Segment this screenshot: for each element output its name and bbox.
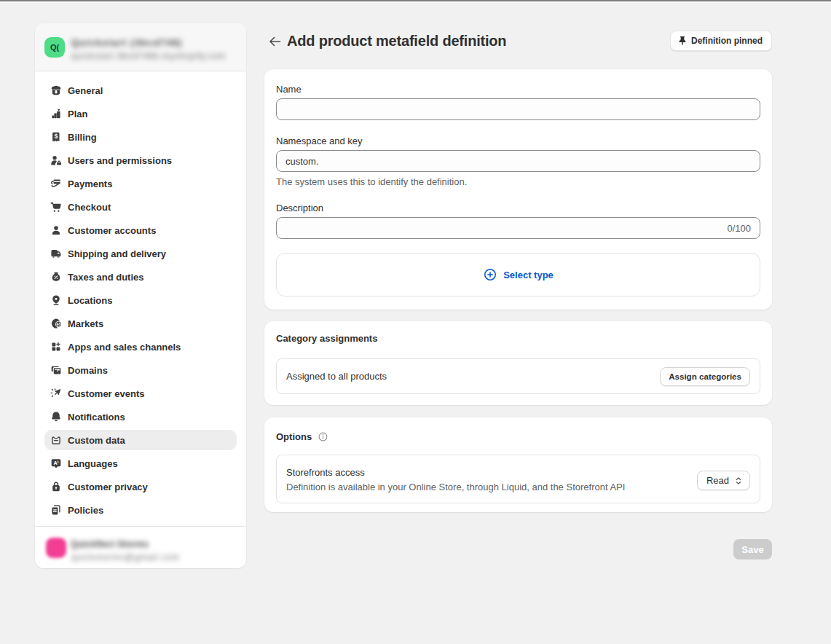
svg-text:A: A bbox=[54, 460, 58, 466]
svg-text:$: $ bbox=[58, 321, 60, 327]
svg-text:$: $ bbox=[55, 133, 58, 140]
